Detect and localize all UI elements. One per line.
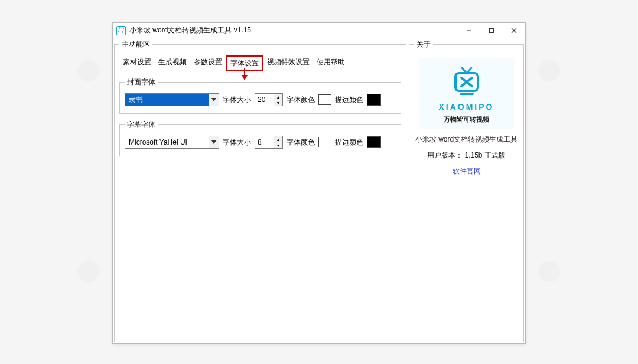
window-title: 小米坡 word文档转视频生成工具 v1.15 — [129, 25, 251, 35]
brand-name: XIAOMIPO — [438, 102, 494, 112]
app-icon — [116, 26, 126, 35]
cover-size-spinner[interactable]: 20 ▲ ▼ — [255, 93, 283, 106]
about-product: 小米坡 word文档转视频生成工具 — [415, 135, 517, 145]
app-window: 小米坡 word文档转视频生成工具 v1.15 主功能区 素材设置 生成视频 参… — [112, 22, 526, 344]
about-panel: 关于 XIAOMIPO 万物皆可转视频 — [409, 40, 524, 342]
spinner-down-icon[interactable]: ▼ — [274, 100, 282, 106]
svg-marker-6 — [211, 98, 216, 101]
about-panel-legend: 关于 — [414, 40, 433, 50]
subtitle-size-spinner[interactable]: 8 ▲ ▼ — [255, 136, 283, 149]
maximize-button[interactable] — [480, 23, 503, 38]
tab-material[interactable]: 素材设置 — [119, 55, 155, 71]
subtitle-size-label: 字体大小 — [223, 137, 251, 147]
cover-font-legend: 封面字体 — [125, 77, 158, 87]
svg-rect-13 — [460, 93, 474, 95]
tab-font-label: 字体设置 — [230, 59, 259, 67]
subtitle-font-group: 字幕字体 Microsoft YaHei UI 字体大小 8 ▲ ▼ — [119, 120, 401, 156]
subtitle-font-select[interactable]: Microsoft YaHei UI — [125, 136, 219, 149]
about-version: 用户版本： 1.15b 正式版 — [427, 150, 506, 160]
brand-logo: XIAOMIPO 万物皆可转视频 — [419, 58, 514, 129]
spinner-up-icon[interactable]: ▲ — [274, 136, 282, 142]
tab-help[interactable]: 使用帮助 — [313, 55, 349, 71]
tv-x-icon — [450, 66, 483, 99]
tab-strip: 素材设置 生成视频 参数设置 字体设置 视频特效设置 使用帮助 — [119, 55, 401, 71]
about-site-link[interactable]: 软件官网 — [453, 166, 481, 176]
subtitle-size-value: 8 — [255, 136, 274, 148]
chevron-down-icon — [209, 136, 219, 148]
spinner-up-icon[interactable]: ▲ — [274, 94, 282, 100]
subtitle-color-label: 字体颜色 — [287, 137, 315, 147]
titlebar: 小米坡 word文档转视频生成工具 v1.15 — [113, 23, 525, 38]
cover-color-swatch[interactable] — [318, 94, 331, 105]
cover-font-group: 封面字体 隶书 字体大小 20 ▲ ▼ — [119, 77, 401, 114]
tab-vfx[interactable]: 视频特效设置 — [263, 55, 313, 71]
cover-size-value: 20 — [255, 94, 274, 106]
tab-params[interactable]: 参数设置 — [190, 55, 226, 71]
cover-size-label: 字体大小 — [223, 95, 251, 105]
subtitle-font-legend: 字幕字体 — [125, 120, 158, 130]
subtitle-color-swatch[interactable] — [318, 137, 331, 147]
cover-font-select[interactable]: 隶书 — [125, 93, 219, 106]
main-panel-legend: 主功能区 — [119, 40, 152, 50]
cover-font-value: 隶书 — [125, 94, 209, 106]
brand-slogan: 万物皆可转视频 — [444, 115, 489, 124]
cover-color-label: 字体颜色 — [287, 95, 315, 105]
tab-font[interactable]: 字体设置 — [226, 55, 263, 71]
tab-genvideo[interactable]: 生成视频 — [155, 55, 190, 71]
svg-rect-1 — [490, 28, 494, 32]
svg-marker-7 — [211, 140, 216, 144]
subtitle-stroke-label: 描边颜色 — [335, 137, 363, 147]
minimize-button[interactable] — [458, 23, 480, 38]
cover-stroke-label: 描边颜色 — [335, 95, 363, 105]
main-panel: 主功能区 素材设置 生成视频 参数设置 字体设置 视频特效设置 使用帮助 — [114, 40, 406, 342]
subtitle-font-value: Microsoft YaHei UI — [125, 136, 209, 148]
spinner-down-icon[interactable]: ▼ — [274, 142, 282, 148]
cover-stroke-swatch[interactable] — [367, 94, 381, 106]
close-button[interactable] — [503, 23, 525, 38]
subtitle-stroke-swatch[interactable] — [367, 136, 381, 148]
chevron-down-icon — [209, 94, 219, 106]
window-controls — [458, 23, 525, 38]
